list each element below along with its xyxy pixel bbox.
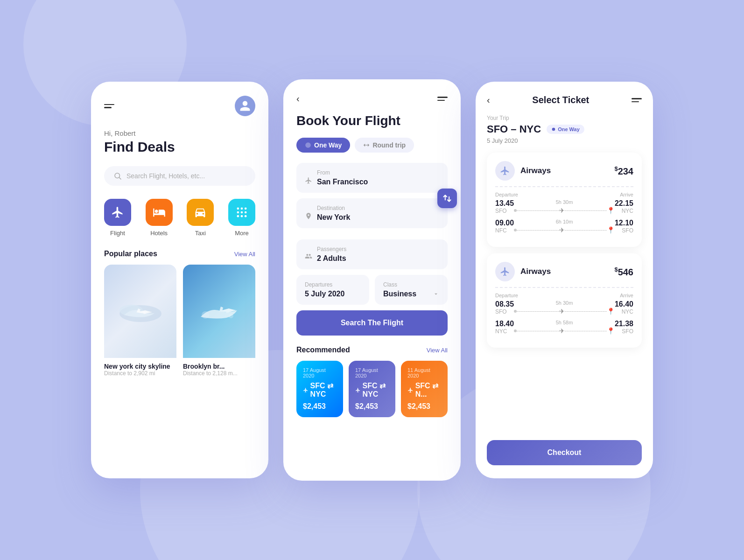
svg-point-4 — [245, 208, 247, 210]
svg-line-1 — [119, 177, 121, 179]
badge-dot-icon — [551, 127, 556, 132]
rec-price-1: $2,453 — [303, 402, 337, 411]
back-button[interactable]: ‹ — [296, 93, 300, 104]
rec-plane-3 — [407, 386, 414, 394]
checkout-button[interactable]: Checkout — [487, 440, 642, 465]
arr-col-2a: 16.40 NYC — [615, 300, 633, 315]
flight-segment-2b-wrap: 18.40 NYC 5h 58m ✈ 📍 — [495, 320, 633, 335]
search-placeholder: Search Flight, Hotels, etc... — [126, 172, 205, 180]
flight-price-2: $546 — [614, 266, 633, 278]
hotels-label: Hotels — [150, 230, 168, 237]
trip-route: SFO – NYC — [487, 123, 541, 135]
rec-route-text-3: SFC ⇄ N... — [415, 381, 441, 399]
menu-icon[interactable] — [104, 104, 114, 108]
dep-col-2a: 08.35 SFO — [495, 300, 514, 315]
svg-point-15 — [305, 142, 311, 148]
round-trip-tab[interactable]: Round trip — [355, 138, 414, 153]
rec-card-3[interactable]: 11 August 2020 SFC ⇄ N... $2,453 — [401, 361, 448, 417]
destination-field[interactable]: Destination New York — [296, 198, 448, 228]
passengers-field[interactable]: Passengers 2 Adults — [296, 239, 448, 269]
arr-time-2b: 21.38 — [615, 320, 633, 328]
arrive-label-1: Arrive — [620, 192, 633, 197]
place-name-2: Brooklyn br... — [183, 363, 255, 370]
flight-label: Flight — [110, 230, 125, 237]
one-way-icon — [305, 142, 311, 148]
view-all-link[interactable]: View All — [234, 251, 255, 258]
swap-icon — [442, 194, 452, 203]
departure-label-2: Departure — [495, 293, 518, 298]
more-label: More — [235, 230, 249, 237]
place-card-1-info: New york city skyline Distance to 2,902 … — [104, 358, 176, 378]
dur-text-2b: 5h 58m — [556, 320, 573, 325]
menu-icon-2[interactable] — [437, 97, 448, 101]
flight-segment-2b: 18.40 NYC 5h 58m ✈ 📍 — [495, 320, 633, 335]
flight-line-1a: ✈ 📍 — [514, 207, 615, 214]
one-way-badge: One Way — [547, 125, 584, 134]
avatar[interactable] — [235, 96, 255, 116]
back-button-3[interactable]: ‹ — [487, 95, 490, 105]
category-taxi[interactable]: Taxi — [187, 199, 214, 237]
one-way-tab[interactable]: One Way — [296, 138, 350, 153]
category-flight[interactable]: Flight — [104, 199, 131, 237]
arr-col-1b: 12.10 SFO — [615, 219, 633, 234]
search-flight-button[interactable]: Search The Flight — [296, 310, 448, 336]
airline-name-1: Airways — [520, 166, 551, 175]
phone-booking: ‹ Book Your Flight One Way — [283, 79, 461, 481]
menu-icon-3[interactable] — [632, 98, 642, 102]
dep-time-2b: 18.40 — [495, 320, 514, 328]
place-distance-1: Distance to 2,902 mi — [104, 370, 176, 377]
destination-label: Destination — [317, 205, 350, 211]
rec-cards: 17 August 2020 SFC ⇄ NYC $2,453 17 Augus… — [296, 361, 448, 417]
class-field[interactable]: Class Business — [375, 275, 448, 305]
swap-button[interactable] — [437, 189, 457, 208]
place-card-2[interactable]: Brooklyn br... Distance to 2,128 m... — [183, 265, 255, 464]
phone3-header: ‹ Select Ticket — [487, 95, 642, 105]
taxi-icon-box — [187, 199, 214, 226]
dep-time-1a: 13.45 — [495, 199, 514, 208]
flight-segment-2a: 08.35 SFO 5h 30m ✈ 📍 — [495, 300, 633, 315]
book-title: Book Your Flight — [296, 113, 448, 128]
passengers-label: Passengers — [317, 246, 346, 252]
from-value: San Francisco — [317, 178, 368, 186]
svg-point-0 — [115, 173, 120, 178]
class-label: Class — [383, 281, 439, 288]
phone-home: Hi, Robert Find Deals Search Flight, Hot… — [91, 82, 268, 478]
seg-duration-1b: 6h 10m ✈ 📍 — [514, 219, 615, 234]
seg-duration-1a: 5h 30m ✈ 📍 — [514, 199, 615, 214]
category-hotels[interactable]: Hotels — [146, 199, 173, 237]
phone1-header — [104, 96, 255, 116]
rec-view-all[interactable]: View All — [427, 347, 448, 354]
flight-card-2[interactable]: Airways $546 Departure Arrive 08.35 — [487, 253, 642, 348]
popular-header: Popular places View All — [104, 250, 255, 258]
place-card-1[interactable]: New york city skyline Distance to 2,902 … — [104, 265, 176, 464]
svg-point-6 — [241, 211, 243, 214]
plane-image-svg-1 — [117, 297, 164, 325]
more-icon — [235, 206, 248, 219]
departures-field[interactable]: Departures 5 July 2020 — [296, 275, 369, 305]
dep-airport-1a: SFO — [495, 208, 514, 214]
svg-point-5 — [237, 211, 239, 214]
flight-card-2-top: Airways $546 — [495, 262, 633, 281]
your-trip-section: Your Trip SFO – NYC One Way 5 July 2020 — [487, 115, 642, 144]
dep-arr-labels-2: Departure Arrive — [495, 293, 633, 298]
svg-point-10 — [245, 215, 247, 217]
phone-select-ticket: ‹ Select Ticket Your Trip SFO – NYC One … — [476, 82, 653, 478]
rec-card-2[interactable]: 17 August 2020 SFC ⇄ NYC $2,453 — [349, 361, 395, 417]
category-more[interactable]: More — [228, 199, 255, 237]
svg-point-14 — [229, 314, 233, 318]
passengers-icon — [305, 252, 312, 260]
arr-col-2b: 21.38 SFO — [615, 320, 633, 335]
trip-type-tabs: One Way Round trip — [296, 138, 448, 153]
from-field[interactable]: From San Francisco — [296, 163, 448, 193]
rec-price-3: $2,453 — [407, 402, 441, 411]
flight-card-1[interactable]: Airways $234 Departure Arrive 13.45 — [487, 153, 642, 247]
search-bar[interactable]: Search Flight, Hotels, etc... — [104, 166, 255, 186]
dollar-sign-2: $ — [614, 266, 618, 273]
passengers-value: 2 Adults — [317, 254, 346, 263]
arrive-label-2: Arrive — [620, 293, 633, 298]
rec-price-2: $2,453 — [355, 402, 389, 411]
plane-image-svg-2 — [196, 297, 243, 325]
dep-col-2b: 18.40 NYC — [495, 320, 514, 335]
taxi-label: Taxi — [195, 230, 206, 237]
rec-card-1[interactable]: 17 August 2020 SFC ⇄ NYC $2,453 — [296, 361, 343, 417]
